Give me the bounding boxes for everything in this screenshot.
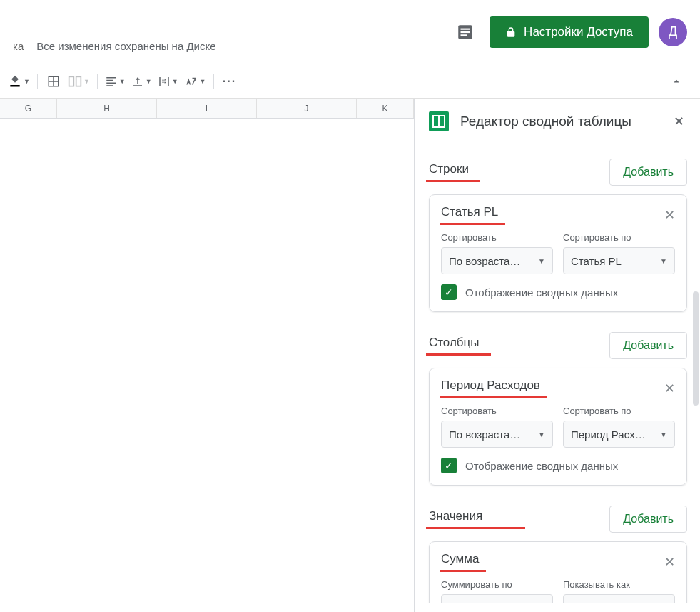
section-rows-label: Строки: [429, 162, 469, 182]
sort-order-select[interactable]: По возраста…▼: [441, 421, 553, 448]
summarize-by-select[interactable]: SUM▼: [441, 594, 553, 603]
show-totals-checkbox[interactable]: ✓: [441, 284, 457, 300]
svg-rect-4: [10, 85, 19, 87]
col-header[interactable]: G: [0, 99, 57, 118]
sort-label: Сортировать: [441, 406, 553, 416]
svg-rect-8: [69, 76, 74, 86]
column-headers: G H I J K: [0, 99, 414, 119]
more-button[interactable]: ···: [219, 71, 240, 92]
summarize-by-label: Суммировать по: [441, 579, 553, 590]
add-columns-button[interactable]: Добавить: [609, 332, 687, 359]
title-fragment: ка: [13, 40, 24, 52]
show-as-label: Показывать как: [563, 579, 675, 590]
remove-row-field-button[interactable]: ✕: [664, 207, 675, 223]
column-field-title: Период Расходов: [441, 378, 540, 398]
section-columns-label: Столбцы: [429, 336, 480, 356]
col-header[interactable]: K: [357, 99, 414, 118]
panel-title: Редактор сводной таблицы: [460, 112, 662, 131]
text-rotation-button[interactable]: ▼: [182, 71, 208, 92]
sort-by-select[interactable]: Период Расх…▼: [563, 421, 675, 448]
comments-icon[interactable]: [451, 18, 480, 46]
show-as-select[interactable]: по умолчан…▼: [563, 594, 675, 603]
col-header[interactable]: H: [57, 99, 157, 118]
column-field-card: Период Расходов ✕ Сортировать По возраст…: [429, 368, 687, 486]
remove-value-field-button[interactable]: ✕: [664, 554, 675, 570]
add-values-button[interactable]: Добавить: [609, 506, 687, 533]
share-button-label: Настройки Доступа: [524, 25, 633, 39]
row-field-card: Статья PL ✕ Сортировать По возраста…▼ Со…: [429, 194, 687, 312]
cell-grid[interactable]: [0, 119, 414, 611]
show-totals-label: Отображение сводных данных: [465, 286, 618, 299]
svg-rect-9: [76, 76, 81, 86]
value-field-card: Сумма ✕ Суммировать по SUM▼ Показывать к…: [429, 541, 687, 603]
svg-rect-3: [461, 34, 467, 36]
show-totals-checkbox[interactable]: ✓: [441, 458, 457, 473]
fill-color-button[interactable]: ▼: [6, 71, 32, 92]
close-panel-button[interactable]: ✕: [674, 114, 684, 129]
avatar[interactable]: Д: [659, 18, 687, 46]
section-values-label: Значения: [429, 509, 482, 529]
remove-column-field-button[interactable]: ✕: [664, 381, 675, 396]
share-button[interactable]: Настройки Доступа: [490, 16, 649, 48]
svg-rect-2: [461, 31, 470, 32]
row-field-title: Статья PL: [441, 205, 498, 225]
save-status-link[interactable]: Все изменения сохранены на Диске: [36, 40, 215, 52]
toolbar: ▼ ▼ ▼ ▼ ▼ ▼ ···: [0, 64, 700, 99]
show-totals-label: Отображение сводных данных: [465, 460, 618, 472]
value-field-title: Сумма: [441, 552, 479, 572]
sort-order-select[interactable]: По возраста…▼: [441, 247, 553, 274]
spreadsheet-area[interactable]: G H I J K: [0, 99, 415, 612]
sort-by-select[interactable]: Статья PL▼: [563, 247, 675, 274]
add-rows-button[interactable]: Добавить: [609, 159, 687, 186]
text-wrap-button[interactable]: ▼: [156, 71, 181, 92]
pivot-editor-panel: Редактор сводной таблицы ✕ Строки Добави…: [415, 99, 700, 612]
sortby-label: Сортировать по: [563, 232, 675, 243]
vertical-align-button[interactable]: ▼: [129, 71, 154, 92]
horizontal-align-button[interactable]: ▼: [103, 71, 128, 92]
pivot-table-icon: [429, 111, 449, 131]
panel-scrollbar[interactable]: [693, 291, 699, 406]
borders-button[interactable]: [43, 71, 64, 92]
svg-rect-1: [461, 28, 470, 29]
merge-cells-button[interactable]: ▼: [66, 71, 92, 92]
lock-icon: [505, 26, 517, 38]
top-bar: ка Все изменения сохранены на Диске Наст…: [0, 0, 700, 64]
collapse-toolbar-button[interactable]: [666, 71, 687, 92]
sort-label: Сортировать: [441, 232, 553, 243]
sortby-label: Сортировать по: [563, 406, 675, 416]
col-header[interactable]: I: [157, 99, 257, 118]
col-header[interactable]: J: [257, 99, 357, 118]
